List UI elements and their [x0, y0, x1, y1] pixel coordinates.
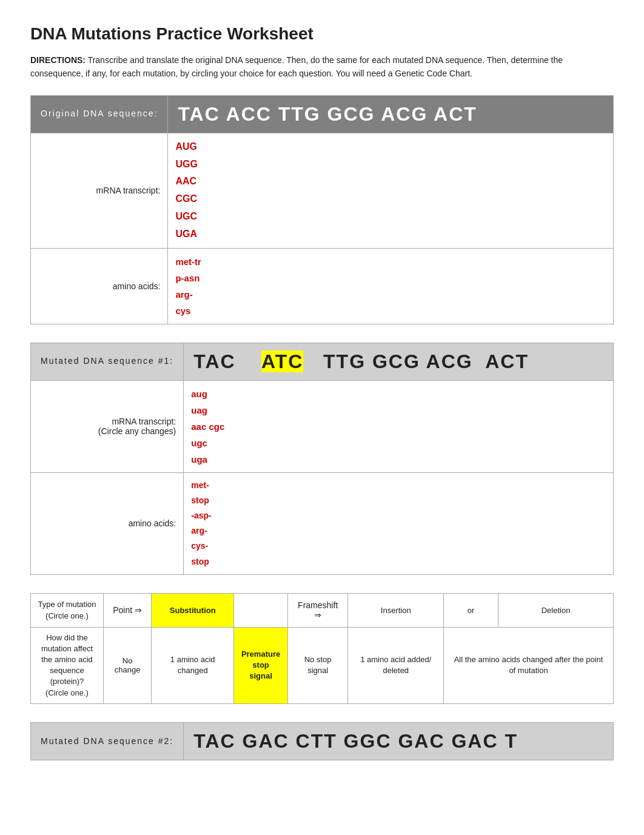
one-amino-added-option[interactable]: 1 amino acid added/ deleted [348, 627, 444, 703]
mrna-ugg: UGG [175, 156, 606, 173]
mrna-aac: AAC [175, 173, 606, 190]
mutated2-dna-table: Mutated DNA sequence #2: TAC GAC CTT GGC… [30, 722, 614, 760]
no-change-option[interactable]: No change [104, 627, 152, 703]
mutated2-dna-label: Mutated DNA sequence #2: [31, 722, 184, 760]
mutation-info-table: Type of mutation(Circle one.) Point ⇒ Su… [30, 593, 614, 704]
mut1-amino-arg: arg- [191, 523, 606, 538]
mut1-amino-asp: -asp- [191, 508, 606, 523]
mut1-amino-label: amino acids: [31, 472, 184, 574]
amino-asn: p-asn [175, 270, 606, 286]
mutation-type-label: Type of mutation(Circle one.) [31, 593, 104, 627]
mut1-amino-stop: stop [191, 493, 606, 508]
insertion-option[interactable]: Insertion [348, 593, 444, 627]
mut1-amino-cys: cys- [191, 538, 606, 554]
amino-label: amino acids: [31, 248, 168, 324]
frameshift-label: Frameshift ⇒ [287, 593, 348, 627]
mutation-effect-row: How did the mutation affect the amino ac… [31, 627, 614, 703]
mut1-mrna-aac-cgc: aac cgc [191, 418, 606, 435]
point-label: Point ⇒ [104, 593, 152, 627]
mrna-values: AUG UGG AAC CGC UGC UGA [168, 133, 614, 248]
mutated1-dna-row: Mutated DNA sequence #1: TAC ATC TTG GCG… [31, 343, 614, 380]
mut1-tac: TAC [193, 350, 235, 372]
amino-row: amino acids: met-tr p-asn arg- cys [31, 248, 614, 324]
mut1-amino-met: met- [191, 478, 606, 493]
amino-values: met-tr p-asn arg- cys [168, 248, 614, 324]
mrna-row: mRNA transcript: AUG UGG AAC CGC UGC UGA [31, 133, 614, 248]
or-label: or [444, 593, 498, 627]
premature-stop-option[interactable]: Prematurestop signal [234, 627, 288, 703]
no-stop-option[interactable]: No stop signal [287, 627, 348, 703]
all-amino-changed-option[interactable]: All the amino acids changed after the po… [444, 627, 614, 703]
mutated1-dna-label: Mutated DNA sequence #1: [31, 343, 184, 380]
mut1-mrna-uga: uga [191, 451, 606, 468]
mut1-mrna-uag: uag [191, 402, 606, 418]
mutated2-dna-row: Mutated DNA sequence #2: TAC GAC CTT GGC… [31, 722, 614, 760]
mut1-mrna-aug: aug [191, 386, 606, 402]
mut1-mrna-row: mRNA transcript: (Circle any changes) au… [31, 380, 614, 472]
original-dna-sequence: TAC ACC TTG GCG ACG ACT [168, 95, 614, 133]
mut1-mrna-ugc: ugc [191, 435, 606, 451]
amino-arg: arg- [175, 286, 606, 303]
mut1-mrna-values: aug uag aac cgc ugc uga [184, 380, 614, 472]
substitution-option[interactable]: Substitution [152, 593, 234, 627]
mutated1-dna-sequence: TAC ATC TTG GCG ACG ACT [184, 343, 614, 380]
one-amino-option[interactable]: 1 amino acid changed [152, 627, 234, 703]
original-dna-label: Original DNA sequence: [31, 95, 168, 133]
deletion-option[interactable]: Deletion [498, 593, 614, 627]
directions-text: Transcribe and translate the original DN… [30, 55, 563, 78]
mut1-amino-values: met- stop -asp- arg- cys- stop [184, 472, 614, 574]
original-dna-row: Original DNA sequence: TAC ACC TTG GCG A… [31, 95, 614, 133]
mut1-mrna-label: mRNA transcript: (Circle any changes) [31, 380, 184, 472]
mutation-effect-label: How did the mutation affect the amino ac… [31, 627, 104, 703]
page-title: DNA Mutations Practice Worksheet [30, 24, 614, 44]
mrna-cgc: CGC [175, 190, 606, 208]
directions: DIRECTIONS: Transcribe and translate the… [30, 53, 614, 81]
amino-met-trp: met-tr [175, 253, 606, 270]
mutated1-dna-table: Mutated DNA sequence #1: TAC ATC TTG GCG… [30, 343, 614, 575]
amino-cys: cys [175, 303, 606, 319]
mrna-label: mRNA transcript: [31, 133, 168, 248]
empty-cell-1 [234, 593, 288, 627]
directions-label: DIRECTIONS: [30, 55, 86, 65]
mut1-atc-highlight: ATC [261, 350, 303, 372]
mrna-ugc: UGC [175, 208, 606, 226]
mrna-aug: AUG [175, 138, 606, 156]
mrna-uga: UGA [175, 226, 606, 243]
mut1-rest: TTG GCG ACG ACT [310, 350, 529, 372]
mut1-amino-stop2: stop [191, 554, 606, 569]
mut1-amino-row: amino acids: met- stop -asp- arg- cys- s… [31, 472, 614, 574]
original-dna-table: Original DNA sequence: TAC ACC TTG GCG A… [30, 95, 614, 324]
mutation-type-row: Type of mutation(Circle one.) Point ⇒ Su… [31, 593, 614, 627]
mutated2-dna-sequence: TAC GAC CTT GGC GAC GAC T [184, 722, 614, 760]
